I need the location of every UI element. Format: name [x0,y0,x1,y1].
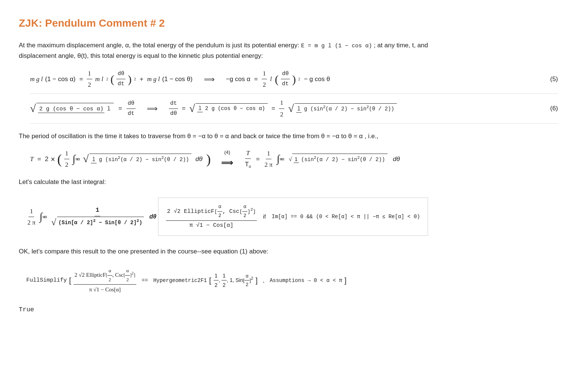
intro-text-2: ; at any time, t, and [374,42,428,49]
eq6-right: dt dθ = √ l 2 g (cos θ − cos α) = 1 2 √ … [169,98,397,119]
sqrt-icon-5: √ [51,218,56,227]
compare-text: OK, let's compare this result to the one… [19,246,569,256]
period-equation: T = 2 × ( 1 2 ∫ α −α √ l g (sin2(α / 2) … [30,148,569,170]
true-result: True [19,305,569,315]
intro-paragraph: At the maximum displacement angle, α, th… [19,40,569,61]
page-title: ZJK: Pendulum Comment # 2 [19,15,569,32]
eq5-right: −g cos α = 1 2 l ( dθ dt )2 − g cos θ [226,68,332,90]
last-integral-display: 1 2 π ∫ α −α 1 √ (Sin[α / 2]2 − Sin[θ / … [26,194,569,240]
eq5-implies: ⟹ [204,73,215,85]
sqrt-icon-1: √ [30,103,36,114]
fullsimplify-equation: FullSimplify [ 2 √2 EllipticF[α2, Csc[α2… [26,267,347,294]
eq6-implies-2: ⟹ [147,103,158,115]
eq5-number: (5) [550,74,558,84]
sqrt-icon-2: √ [189,103,195,114]
intro-text-1: At the maximum displacement angle, α, th… [19,42,299,49]
eq5-left: m g l (1 − cos α) = 1 2 m l2 ( dθ dt )2 … [30,68,193,90]
last-integral-text: Let's calculate the last integral: [19,177,569,187]
intro-text-3: displacement angle, θ(t), this total ene… [19,52,263,59]
eq6-number: (6) [550,103,558,113]
inline-math-1: E = m g l (1 − cos α) [301,43,372,49]
eq6-left: √ 2 g (cos θ − cos α) l = dθ dt [30,99,136,118]
sqrt-icon-3: √ [288,103,294,114]
sqrt-icon-4: √ [83,154,89,164]
elliptic-result-box: 2 √2 EllipticF[α2, Csc[α2]2] π √1 − Cos[… [158,198,428,236]
period-section-text: The period of oscillation is the time it… [19,131,569,141]
